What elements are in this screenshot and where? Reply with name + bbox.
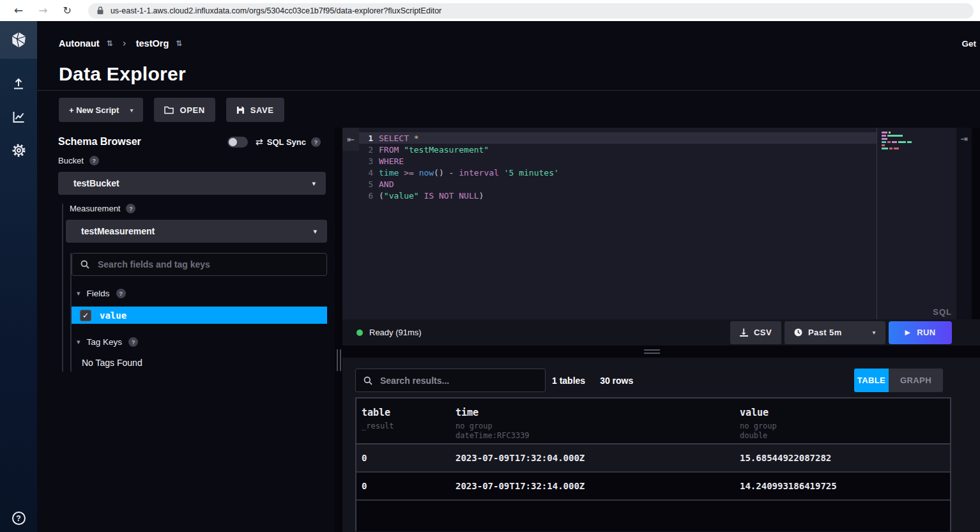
code-text: WHERE — [379, 156, 404, 166]
page-title: Data Explorer — [37, 62, 980, 86]
time-range-value: Past 5m — [808, 328, 842, 337]
chevron-down-icon: ▾ — [312, 179, 316, 188]
minimap[interactable] — [882, 132, 912, 151]
clock-icon — [794, 328, 802, 337]
sql-sync-toggle[interactable] — [227, 137, 248, 148]
results-search-input[interactable] — [379, 375, 537, 386]
results-table-head: table_resulttimeno groupdateTime:RFC3339… — [356, 399, 950, 445]
run-button[interactable]: ▶ RUN — [889, 321, 952, 344]
results-table-body: 02023-07-09T17:32:04.000Z15.685449220872… — [356, 445, 950, 501]
main-area: Autonaut ⇅ › testOrg ⇅ Get Data Explorer… — [37, 21, 980, 532]
checked-checkbox[interactable]: ✓ — [80, 310, 91, 321]
tab-table[interactable]: TABLE — [854, 369, 889, 392]
title-divider — [37, 90, 980, 91]
vertical-drag-handle[interactable] — [337, 349, 341, 371]
results-resize-divider[interactable] — [342, 346, 980, 358]
code-line[interactable]: 3WHERE — [359, 155, 877, 167]
code-line[interactable]: 2FROM "testMeasurement" — [359, 144, 877, 155]
top-nav: Autonaut ⇅ › testOrg ⇅ Get — [37, 21, 980, 61]
fields-help-icon[interactable]: ? — [116, 289, 126, 298]
csv-button[interactable]: ↓ CSV — [730, 321, 781, 344]
url-input[interactable] — [109, 6, 965, 16]
download-icon: ↓ — [740, 329, 748, 337]
measurement-help-icon[interactable]: ? — [126, 204, 135, 213]
column-header: table_result — [356, 399, 450, 443]
code-text: AND — [379, 179, 394, 189]
search-icon — [80, 260, 89, 269]
table-cell: 2023-07-09T17:32:14.000Z — [450, 481, 735, 491]
rows-count: 30 rows — [600, 376, 633, 386]
help-icon[interactable]: ? — [12, 512, 26, 525]
cube-logo-icon — [10, 31, 27, 49]
field-value-row[interactable]: ✓ value — [72, 307, 327, 324]
sql-sync-help-icon[interactable]: ? — [311, 137, 321, 147]
org-sort-icon: ⇅ — [107, 39, 113, 48]
collapse-caret-icon: ▾ — [77, 289, 80, 298]
new-script-button[interactable]: + New Script ▾ — [59, 98, 143, 122]
breadcrumb-chevron-icon: › — [123, 38, 126, 49]
influxdb-logo[interactable] — [0, 21, 37, 59]
tag-keys-help-icon[interactable]: ? — [128, 337, 138, 347]
results-panel: 1 tables 30 rows TABLE GRAPH table_resul… — [342, 358, 980, 532]
status-dot — [356, 330, 363, 336]
open-button[interactable]: OPEN — [154, 98, 215, 122]
load-data-nav[interactable] — [9, 74, 28, 93]
measurement-value: testMeasurement — [81, 226, 313, 236]
project-sort-icon: ⇅ — [176, 39, 182, 48]
workspace: Schema Browser ⇄ SQL Sync ? Bucket ? tes… — [37, 128, 980, 532]
line-number: 1 — [359, 133, 379, 143]
time-range-dropdown[interactable]: Past 5m ▾ — [785, 321, 885, 344]
tab-graph[interactable]: GRAPH — [889, 369, 943, 392]
code-line[interactable]: 6("value" IS NOT NULL) — [359, 190, 877, 201]
org-switcher[interactable]: Autonaut ⇅ — [59, 38, 113, 49]
schema-browser-title: Schema Browser — [58, 136, 227, 148]
table-row: 02023-07-09T17:32:04.000Z15.685449220872… — [356, 445, 950, 473]
editor-edge — [972, 128, 980, 319]
code-line[interactable]: 4time >= now() - interval '5 minutes' — [359, 167, 877, 178]
expand-right-icon[interactable]: ⇥ — [960, 133, 968, 146]
code-line[interactable]: 5AND — [359, 178, 877, 190]
tag-keys-group-row[interactable]: ▾ Tag Keys ? — [72, 337, 335, 347]
measurement-dropdown[interactable]: testMeasurement ▾ — [66, 220, 327, 243]
data-explorer-nav[interactable] — [9, 107, 28, 126]
save-icon — [236, 106, 245, 114]
bucket-value: testBucket — [73, 178, 312, 188]
table-row: 02023-07-09T17:32:14.000Z14.240993186419… — [356, 473, 950, 501]
schema-search[interactable] — [72, 253, 327, 276]
query-status-bar: Ready (91ms) ↓ CSV Past 5m ▾ — [342, 319, 980, 346]
bucket-label: Bucket — [58, 156, 84, 165]
line-number: 3 — [359, 156, 379, 166]
back-icon[interactable]: ← — [14, 5, 23, 16]
url-bar[interactable] — [88, 3, 974, 19]
forward-icon[interactable]: → — [38, 5, 47, 16]
bucket-dropdown[interactable]: testBucket ▾ — [58, 172, 326, 195]
collapse-left-icon[interactable]: ⇤ — [342, 128, 359, 151]
results-search[interactable] — [355, 369, 546, 392]
chevron-down-icon: ▾ — [313, 227, 317, 236]
minimap-divider — [877, 128, 877, 319]
no-tags-message: No Tags Found — [72, 358, 335, 368]
bucket-help-icon[interactable]: ? — [89, 156, 99, 165]
sql-editor[interactable]: ⇤ 1SELECT *2FROM "testMeasurement"3WHERE… — [342, 128, 980, 319]
code-line[interactable]: 1SELECT * — [359, 132, 877, 144]
table-cell: 15.68544922087282 — [735, 453, 950, 463]
get-link[interactable]: Get — [961, 39, 976, 49]
horizontal-drag-handle[interactable] — [644, 349, 660, 356]
collapse-caret-icon: ▾ — [77, 338, 80, 346]
project-switcher[interactable]: testOrg ⇅ — [136, 38, 183, 49]
chevron-down-icon: ▾ — [130, 107, 133, 114]
settings-nav[interactable] — [9, 141, 28, 160]
line-number: 4 — [359, 168, 379, 178]
column-header: valueno groupdouble — [735, 399, 950, 443]
reload-icon[interactable]: ↻ — [63, 6, 72, 16]
browser-chrome: ← → ↻ — [0, 0, 980, 21]
line-number: 2 — [359, 145, 379, 155]
line-number: 5 — [359, 179, 379, 189]
org-name: Autonaut — [59, 38, 100, 49]
schema-search-input[interactable] — [96, 259, 318, 270]
editor-results-pane: ⇤ 1SELECT *2FROM "testMeasurement"3WHERE… — [342, 128, 980, 532]
panel-resize-divider[interactable] — [335, 128, 342, 532]
save-button[interactable]: SAVE — [226, 98, 284, 122]
fields-group-row[interactable]: ▾ Fields ? — [72, 289, 335, 298]
line-chart-icon — [11, 109, 26, 125]
